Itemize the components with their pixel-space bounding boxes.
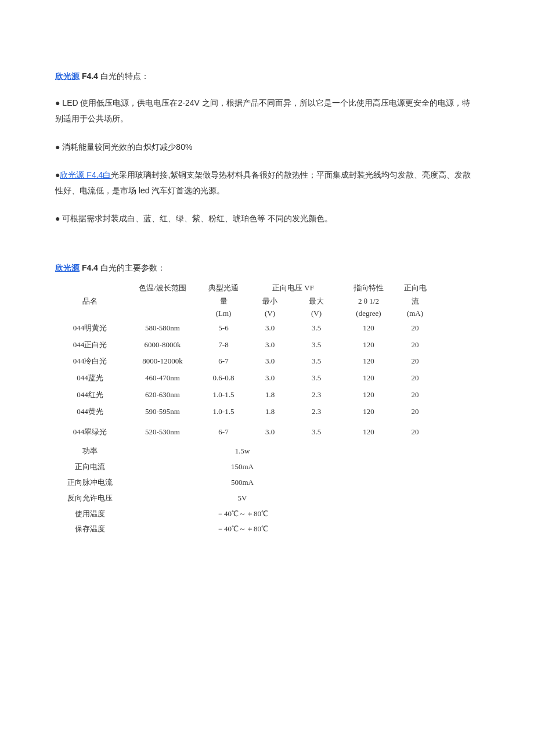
spec-label: 使用温度 [55,508,125,520]
th-vmin: 最小 [247,296,293,308]
spec-row: 正向电流150mA [55,459,476,475]
cell-range: 520-530nm [125,426,200,438]
th-vmin-unit: (V) [247,308,293,320]
cell-ma: 20 [398,389,432,401]
cell-vmax: 3.5 [293,339,340,351]
cell-lm: 5-6 [200,322,247,334]
cell-vmax: 2.3 [293,389,340,401]
cell-name: 044翠绿光 [55,426,125,438]
brand-link-2[interactable]: 欣光源 [55,263,80,272]
cell-deg: 120 [340,372,398,384]
params-title: 欣光源 F4.4 白光的主要参数： [55,261,476,274]
cell-name: 044红光 [55,389,125,401]
cell-lm: 6-7 [200,426,247,438]
th-vmax: 最大 [293,296,340,308]
spec-value: 1.5w [125,445,476,458]
th-deg-1: 指向特性 [340,282,398,294]
spec-row: 功率1.5w [55,444,476,459]
spec-value: －40℃～＋80℃ [125,523,476,535]
cell-lm: 7-8 [200,339,247,351]
th-lm-3: (Lm) [200,308,247,320]
cell-name: 044正白光 [55,339,125,351]
cell-vmax: 3.5 [293,426,340,438]
title-tail-1: 白光的特点： [100,71,149,81]
cell-range: 590-595nm [125,406,200,418]
cell-name: 044明黄光 [55,322,125,334]
spec-row: 保存温度－40℃～＋80℃ [55,521,476,537]
spec-value: 150mA [125,461,476,473]
cell-name: 044黄光 [55,406,125,418]
spec-value: －40℃～＋80℃ [125,508,476,520]
cell-vmin: 3.0 [247,426,293,438]
th-ma-1: 正向电 [398,282,432,294]
spec-row: 使用温度－40℃～＋80℃ [55,506,476,522]
cell-vmax: 3.5 [293,322,340,334]
cell-name: 044冷白光 [55,355,125,368]
model-1: F4.4 [80,71,100,81]
cell-range: 580-580nm [125,322,200,334]
spec-label: 保存温度 [55,523,125,535]
cell-ma: 20 [398,339,432,351]
cell-vmin: 3.0 [247,322,293,334]
cell-deg: 120 [340,389,398,401]
table-row: 044明黄光580-580nm5-63.03.512020 [55,320,476,337]
spec-label: 功率 [55,445,125,458]
spec-label: 反向允许电压 [55,492,125,505]
model-2: F4.4 [80,263,100,272]
table-row: 044红光620-630nm1.0-1.51.82.312020 [55,387,476,404]
th-ma-3: (mA) [398,308,432,320]
cell-vmin: 3.0 [247,372,293,384]
cell-range: 8000-12000k [125,355,200,368]
spec-label: 正向脉冲电流 [55,477,125,489]
cell-ma: 20 [398,372,432,384]
cell-range: 620-630nm [125,389,200,401]
bullet-after: 光采用玻璃封接,紫铜支架做导热材料具备很好的散热性；平面集成封装光线均匀发散、亮… [55,170,471,195]
brand-link-inline[interactable]: 欣光源 F4.4白 [60,170,111,179]
cell-ma: 20 [398,355,432,368]
table-row: 044黄光590-595nm1.0-1.51.82.312020 [55,404,476,420]
th-range: 色温/波长范围 [125,282,200,294]
feature-bullet-1: ● LED 使用低压电源，供电电压在2-24V 之间，根据产品不同而异，所以它是… [55,95,476,126]
cell-vmax: 3.5 [293,355,340,368]
cell-deg: 120 [340,355,398,368]
cell-lm: 1.0-1.5 [200,406,247,418]
spec-label: 正向电流 [55,461,125,473]
table-row: 044冷白光8000-12000k6-73.03.512020 [55,353,476,370]
cell-lm: 6-7 [200,355,247,368]
table-row: 044翠绿光520-530nm6-73.03.512020 [55,420,476,441]
brand-link-1[interactable]: 欣光源 [55,71,80,81]
feature-bullet-2: ● 消耗能量较同光效的白炽灯减少80% [55,139,476,155]
cell-range: 460-470nm [125,372,200,384]
th-lm-1: 典型光通 [200,282,247,294]
cell-vmin: 3.0 [247,339,293,351]
feature-bullet-4: ● 可根据需求封装成白、蓝、红、绿、紫、粉红、琥珀色等 不同的发光颜色。 [55,211,476,226]
th-name: 品名 [55,296,125,308]
cell-deg: 120 [340,322,398,334]
th-lm-2: 量 [200,296,247,308]
table-row: 044正白光6000-8000k7-83.03.512020 [55,337,476,354]
cell-vmax: 2.3 [293,406,340,418]
spec-row: 正向脉冲电流500mA [55,475,476,491]
cell-vmin: 1.8 [247,406,293,418]
th-deg-3: (degree) [340,308,398,320]
cell-ma: 20 [398,406,432,418]
params-table: 品名 色温/波长范围 典型光通 量 (Lm) 正向电压 VF 最小 (V) [55,282,476,537]
cell-vmin: 3.0 [247,355,293,368]
cell-deg: 120 [340,406,398,418]
spec-value: 500mA [125,477,476,489]
spec-row: 反向允许电压5V [55,491,476,506]
th-vf: 正向电压 VF [247,282,340,294]
table-row: 044蓝光460-470nm0.6-0.83.03.512020 [55,370,476,387]
cell-range: 6000-8000k [125,339,200,351]
spec-value: 5V [125,492,476,505]
cell-vmin: 1.8 [247,389,293,401]
cell-deg: 120 [340,426,398,438]
cell-ma: 20 [398,426,432,438]
cell-lm: 1.0-1.5 [200,389,247,401]
table-header: 品名 色温/波长范围 典型光通 量 (Lm) 正向电压 VF 最小 (V) [55,282,476,319]
cell-name: 044蓝光 [55,372,125,384]
features-title: 欣光源 F4.4 白光的特点： [55,70,476,82]
th-ma-2: 流 [398,296,432,308]
feature-bullet-3: ●欣光源 F4.4白光采用玻璃封接,紫铜支架做导热材料具备很好的散热性；平面集成… [55,167,476,198]
cell-vmax: 3.5 [293,372,340,384]
